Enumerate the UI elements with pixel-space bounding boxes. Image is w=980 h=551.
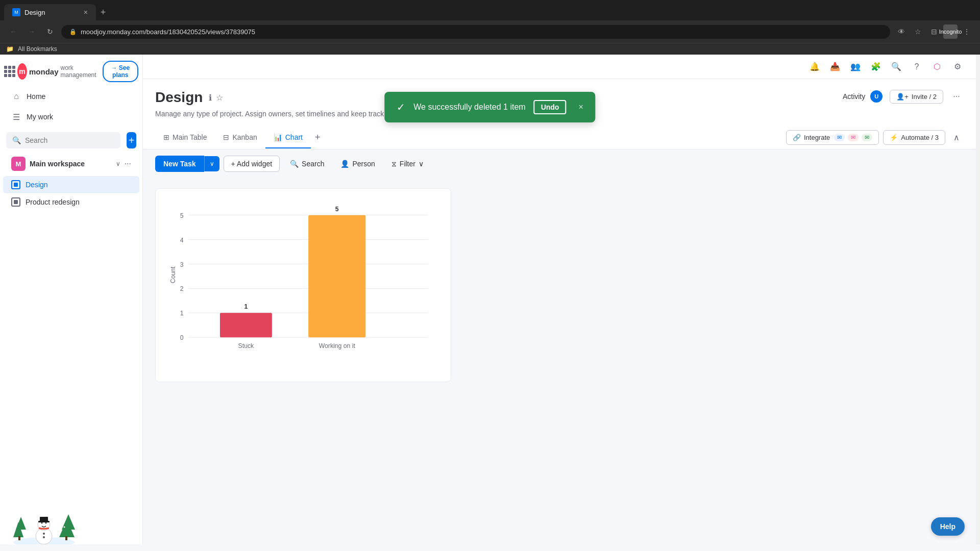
svg-point-18	[64, 527, 65, 528]
toast-message: We successfully deleted 1 item	[413, 103, 525, 112]
bookmarks-folder-icon: 📁	[6, 45, 14, 53]
board-item-product-redesign[interactable]: Product redesign	[3, 193, 139, 211]
extensions-icon[interactable]: ⋮	[960, 24, 974, 39]
sidebar-item-my-work[interactable]: ☰ My work	[3, 107, 139, 127]
see-plans-button[interactable]: → See plans	[103, 61, 138, 82]
no-tracking-icon: 👁	[894, 24, 909, 39]
sidebar-item-home[interactable]: ⌂ Home	[3, 86, 139, 107]
board-star-icon[interactable]: ☆	[216, 93, 223, 103]
settings-icon[interactable]: ⚙	[949, 59, 966, 75]
integrations-icon[interactable]: 🧩	[868, 59, 884, 75]
add-tab-button[interactable]: +	[311, 126, 325, 149]
board-title: Design	[155, 89, 203, 106]
app-grid-button[interactable]	[4, 62, 15, 81]
board-icon-product-redesign	[11, 197, 20, 207]
search-icon: 🔍	[12, 136, 21, 144]
tab-kanban[interactable]: ⊟ Kanban	[215, 127, 265, 148]
new-tab-button[interactable]: +	[96, 5, 110, 19]
toast-close-button[interactable]: ×	[578, 103, 583, 112]
bookmark-star-icon[interactable]: ☆	[911, 24, 925, 39]
all-bookmarks-label[interactable]: All Bookmarks	[18, 45, 57, 53]
inbox-icon[interactable]: 📥	[827, 59, 843, 75]
workspace-header[interactable]: M Main workspace ∨ ···	[3, 152, 139, 176]
activity-button[interactable]: Activity U	[843, 89, 884, 104]
user-plus-icon: 👤+	[896, 93, 909, 101]
workspace-avatar: M	[11, 157, 26, 171]
add-widget-button[interactable]: + Add widget	[224, 156, 280, 172]
person-icon: 👤	[340, 160, 349, 168]
person-toolbar-button[interactable]: 👤 Person	[334, 156, 381, 171]
tab-main-table-label: Main Table	[173, 133, 207, 141]
search-toolbar-button[interactable]: 🔍 Search	[284, 156, 330, 171]
svg-text:5: 5	[180, 212, 184, 219]
workspace-more-button[interactable]: ···	[125, 159, 131, 168]
board-item-design[interactable]: Design	[3, 176, 139, 193]
svg-point-16	[26, 524, 27, 525]
undo-button[interactable]: Undo	[534, 100, 567, 114]
toast-check-icon: ✓	[397, 101, 405, 113]
new-task-main-button[interactable]: New Task	[155, 156, 204, 172]
tab-right-actions: 🔗 Integrate ✉ ✉ ✉ ⚡ Automate / 3 ∧	[786, 130, 964, 145]
snowman-decoration-area	[0, 483, 142, 544]
svg-text:1: 1	[180, 310, 184, 317]
new-task-dropdown-button[interactable]: ∨	[204, 156, 219, 171]
tab-chart[interactable]: 📊 Chart	[265, 127, 311, 148]
avatar-stack: U	[869, 89, 884, 104]
integrate-button[interactable]: 🔗 Integrate ✉ ✉ ✉	[786, 130, 879, 145]
svg-point-17	[58, 513, 60, 515]
integrate-label: Integrate	[804, 134, 830, 141]
table-icon: ⊞	[163, 133, 169, 141]
browser-nav-bar: ← → ↻ 🔒 moodjoy.monday.com/boards/183042…	[0, 20, 980, 43]
users-icon[interactable]: 👥	[847, 59, 864, 75]
svg-text:1: 1	[244, 303, 248, 310]
browser-tab-bar: M Design × +	[0, 0, 980, 20]
bookmarks-bar: 📁 All Bookmarks	[0, 43, 980, 55]
invite-button[interactable]: 👤+ Invite / 2	[890, 90, 943, 104]
help-icon[interactable]: ?	[909, 59, 925, 75]
apps-icon[interactable]: ⬡	[929, 59, 945, 75]
bar-stuck	[220, 313, 272, 337]
svg-rect-6	[65, 536, 67, 540]
sidebar-search-box[interactable]: 🔍	[6, 132, 120, 148]
tab-title: Design	[24, 9, 45, 16]
mail-icon-1: ✉	[834, 134, 845, 141]
browser-action-buttons: 👁 ☆ ⊟ Incognito ⋮	[894, 24, 974, 39]
svg-text:2: 2	[180, 286, 184, 293]
mail-icon-3: ✉	[862, 134, 872, 141]
filter-toolbar-button[interactable]: ⧖ Filter ∨	[385, 156, 430, 172]
my-work-icon: ☰	[11, 112, 21, 122]
board-tabs: ⊞ Main Table ⊟ Kanban 📊 Chart + 🔗 Integr…	[143, 126, 976, 149]
right-scrollbar[interactable]	[976, 55, 980, 544]
forward-button[interactable]: →	[24, 24, 39, 39]
global-search-icon[interactable]: 🔍	[888, 59, 904, 75]
svg-text:Stuck: Stuck	[238, 342, 254, 349]
chart-area: 0 1 2 3 4 5 Count	[143, 178, 976, 544]
automate-button[interactable]: ⚡ Automate / 3	[883, 130, 945, 145]
tab-close-button[interactable]: ×	[84, 8, 88, 16]
tab-main-table[interactable]: ⊞ Main Table	[155, 127, 215, 148]
svg-text:4: 4	[180, 237, 184, 244]
app-top-bar: 🔔 📥 👥 🧩 🔍 ? ⬡ ⚙	[143, 55, 976, 79]
avatar-1: U	[869, 89, 884, 104]
board-info-icon[interactable]: ℹ	[209, 93, 212, 103]
sidebar: m monday work management → See plans ⌂ H…	[0, 55, 143, 544]
tab-favicon: M	[12, 8, 20, 16]
board-name-design: Design	[26, 181, 48, 189]
active-tab[interactable]: M Design ×	[4, 4, 96, 20]
search-input[interactable]	[25, 136, 114, 144]
collapse-button[interactable]: ∧	[949, 131, 964, 145]
mail-icon-2: ✉	[848, 134, 859, 141]
svg-rect-3	[18, 536, 20, 540]
workspace-name: Main workspace	[30, 160, 112, 168]
back-button[interactable]: ←	[6, 24, 20, 39]
notifications-icon[interactable]: 🔔	[806, 59, 823, 75]
monday-logo-subtitle: work management	[61, 64, 96, 79]
help-button[interactable]: Help	[931, 517, 965, 536]
board-more-button[interactable]: ···	[949, 89, 964, 104]
board-toolbar: New Task ∨ + Add widget 🔍 Search 👤 Perso…	[143, 149, 976, 178]
address-bar[interactable]: 🔒 moodjoy.monday.com/boards/1830420525/v…	[61, 25, 890, 39]
reload-button[interactable]: ↻	[43, 24, 57, 39]
svg-text:3: 3	[180, 261, 184, 268]
profile-icon[interactable]: Incognito	[943, 24, 958, 39]
add-button[interactable]: +	[127, 132, 136, 148]
